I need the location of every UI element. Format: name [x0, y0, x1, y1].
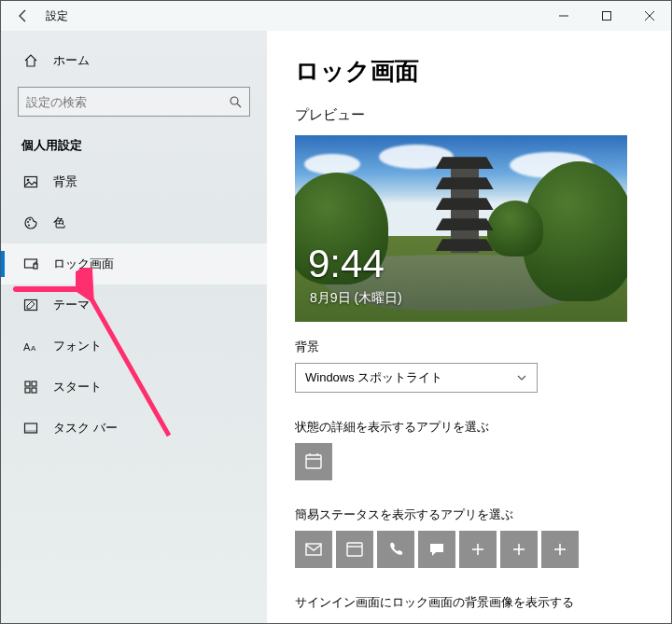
settings-window: 設定 ホーム 個人用設定 背景色ロック画面テーマAAフォントスタートタスク バー	[0, 0, 672, 624]
window-controls	[542, 1, 671, 31]
quick-app-tile-calendar[interactable]	[336, 531, 373, 568]
svg-rect-25	[347, 543, 362, 556]
lock-screen-icon	[21, 257, 40, 271]
search-input[interactable]	[26, 95, 229, 109]
home-link[interactable]: ホーム	[1, 44, 267, 77]
svg-point-2	[231, 97, 238, 104]
sidebar-item-palette[interactable]: 色	[1, 202, 267, 243]
sidebar-item-label: ロック画面	[53, 256, 114, 272]
svg-point-6	[27, 221, 29, 223]
svg-point-5	[27, 179, 30, 182]
quick-app-row	[295, 531, 671, 568]
sidebar-item-label: スタート	[53, 379, 102, 395]
font-icon: AA	[21, 339, 40, 354]
detailed-app-tile[interactable]	[295, 443, 332, 480]
search-box[interactable]	[18, 87, 250, 117]
svg-rect-16	[25, 388, 30, 393]
minimize-button[interactable]	[542, 1, 585, 31]
detailed-app-label: 状態の詳細を表示するアプリを選ぶ	[295, 419, 671, 436]
search-icon	[229, 95, 242, 108]
home-label: ホーム	[53, 52, 90, 69]
svg-rect-14	[25, 381, 30, 386]
svg-rect-15	[32, 381, 36, 386]
preview-time: 9:44	[308, 242, 385, 286]
background-label: 背景	[295, 339, 671, 355]
sidebar-item-font[interactable]: AAフォント	[1, 326, 267, 367]
svg-rect-11	[25, 300, 37, 311]
sidebar-item-label: タスク バー	[53, 420, 118, 437]
svg-point-8	[28, 225, 30, 227]
titlebar: 設定	[1, 1, 671, 31]
back-button[interactable]	[8, 1, 38, 31]
nav-list: 背景色ロック画面テーマAAフォントスタートタスク バー	[1, 161, 267, 449]
sidebar-item-picture[interactable]: 背景	[1, 161, 267, 202]
chevron-down-icon	[516, 372, 527, 383]
svg-rect-1	[603, 12, 611, 21]
sidebar: ホーム 個人用設定 背景色ロック画面テーマAAフォントスタートタスク バー	[1, 31, 267, 623]
quick-app-tile-mail[interactable]	[295, 531, 332, 568]
quick-app-tile-chat[interactable]	[418, 531, 455, 568]
svg-rect-20	[306, 455, 321, 468]
picture-icon	[21, 174, 40, 189]
svg-line-3	[237, 104, 241, 107]
svg-rect-19	[25, 430, 37, 433]
content-pane: ロック画面 プレビュー	[267, 31, 671, 623]
dropdown-value: Windows スポットライト	[305, 369, 442, 386]
quick-app-tile-plus[interactable]	[500, 531, 538, 568]
sidebar-item-label: 背景	[53, 173, 77, 190]
preview-label: プレビュー	[295, 106, 671, 124]
svg-text:A: A	[23, 341, 31, 353]
quick-app-tile-plus[interactable]	[459, 531, 497, 568]
svg-rect-10	[34, 264, 37, 269]
sidebar-item-taskbar[interactable]: タスク バー	[1, 408, 267, 449]
svg-text:A: A	[31, 344, 36, 353]
window-title: 設定	[46, 8, 68, 24]
taskbar-icon	[21, 421, 40, 436]
sidebar-item-start[interactable]: スタート	[1, 367, 267, 408]
toggle-state: オン	[349, 622, 373, 623]
sidebar-item-lock-screen[interactable]: ロック画面	[1, 243, 267, 284]
home-icon	[21, 53, 40, 68]
section-title: 個人用設定	[21, 137, 267, 154]
maximize-button[interactable]	[585, 1, 628, 31]
sidebar-item-label: フォント	[53, 338, 102, 354]
start-icon	[21, 380, 40, 395]
palette-icon	[21, 215, 40, 230]
annotation-underline	[13, 286, 90, 292]
theme-icon	[21, 298, 40, 312]
sidebar-item-label: テーマ	[53, 297, 90, 313]
svg-rect-24	[306, 544, 321, 555]
preview-date: 8月9日 (木曜日)	[310, 290, 402, 307]
svg-point-7	[29, 219, 31, 221]
page-heading: ロック画面	[295, 55, 671, 88]
quick-app-tile-phone[interactable]	[377, 531, 414, 568]
signin-bg-label: サインイン画面にロック画面の背景画像を表示する	[295, 594, 671, 611]
quick-app-label: 簡易ステータスを表示するアプリを選ぶ	[295, 506, 671, 523]
svg-rect-17	[32, 388, 36, 393]
background-dropdown[interactable]: Windows スポットライト	[295, 363, 538, 393]
sidebar-item-label: 色	[53, 215, 65, 231]
close-button[interactable]	[628, 1, 671, 31]
quick-app-tile-plus[interactable]	[541, 531, 579, 568]
lock-screen-preview[interactable]: 9:44 8月9日 (木曜日)	[295, 135, 627, 322]
